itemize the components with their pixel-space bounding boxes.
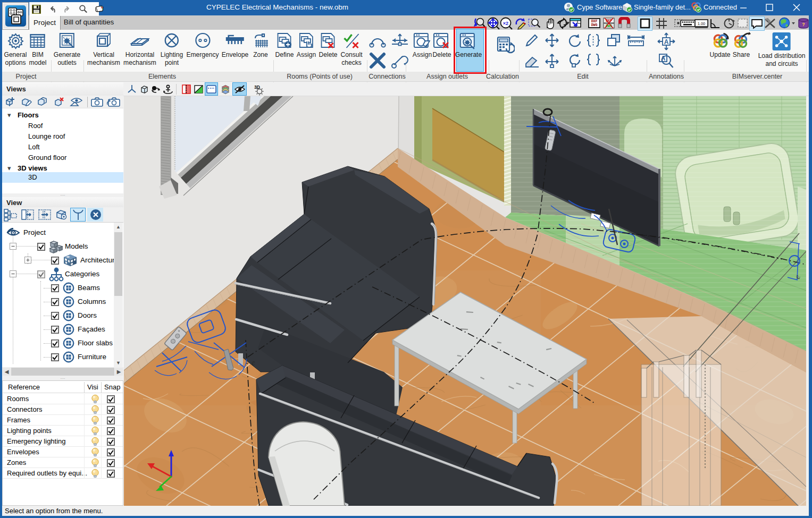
svg-text:?: ?: [802, 22, 805, 27]
svg-text:DWG: DWG: [591, 23, 598, 27]
svg-text:A: A: [664, 38, 669, 46]
svg-text:1.00: 1.00: [698, 21, 706, 26]
svg-text:DXF: DXF: [591, 20, 598, 23]
svg-text:×2: ×2: [503, 21, 508, 26]
